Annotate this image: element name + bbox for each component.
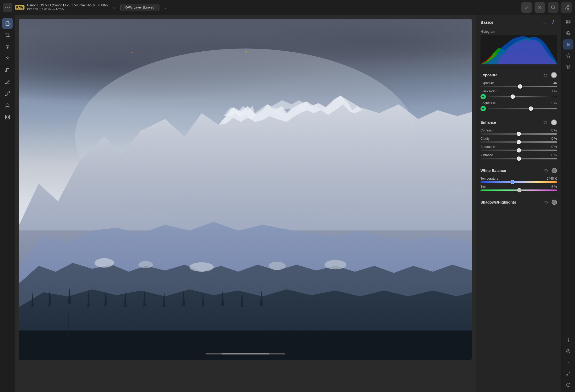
white-balance-toggle[interactable] xyxy=(552,168,557,173)
svg-marker-35 xyxy=(566,54,570,57)
brush-tool-button[interactable] xyxy=(2,65,13,76)
compass-button[interactable] xyxy=(563,346,573,356)
person-tool-button[interactable] xyxy=(2,53,13,64)
clone-tool-button[interactable] xyxy=(2,42,13,52)
layer-name[interactable]: RAW Layer (Linked) xyxy=(120,4,159,11)
black-point-label: Black Point xyxy=(480,89,496,93)
panel-pin-button[interactable] xyxy=(550,19,557,26)
svg-rect-24 xyxy=(566,20,568,22)
help-button[interactable] xyxy=(563,380,573,390)
svg-point-2 xyxy=(551,6,555,9)
shadows-toggle[interactable] xyxy=(552,200,557,205)
black-point-slider-row: Black Point 1 % + xyxy=(476,89,561,101)
nav-next-button[interactable]: › xyxy=(162,4,170,11)
temperature-track[interactable] xyxy=(480,181,557,183)
saturation-label: Saturation xyxy=(480,145,495,149)
globe-icon xyxy=(566,31,571,36)
vibrance-thumb[interactable] xyxy=(517,156,521,161)
speck-left xyxy=(131,52,133,53)
exposure-value: 0.46 xyxy=(551,81,557,85)
more-options-button[interactable] xyxy=(3,3,12,12)
svg-point-37 xyxy=(568,340,569,341)
confirm-button[interactable] xyxy=(521,2,532,13)
enhance-reset-button[interactable] xyxy=(542,119,549,126)
collapse-button[interactable] xyxy=(563,357,573,368)
black-point-track[interactable] xyxy=(488,96,557,97)
layers-button[interactable] xyxy=(563,62,573,72)
brightness-thumb[interactable] xyxy=(529,106,533,111)
contrast-track[interactable] xyxy=(480,133,557,135)
clarity-thumb[interactable] xyxy=(517,140,521,144)
black-point-add-button[interactable]: + xyxy=(480,94,486,99)
effects-button[interactable] xyxy=(563,51,573,61)
exposure-reset-button[interactable] xyxy=(542,72,549,79)
question-icon xyxy=(566,382,571,387)
camera-model: Canon EOS 50D (Canon EF-S 17-85mm f/4-5.… xyxy=(27,3,108,8)
svg-rect-10 xyxy=(5,115,7,117)
cancel-button[interactable] xyxy=(535,2,545,13)
scrollbar-thumb[interactable] xyxy=(221,353,269,354)
exposure-toggle[interactable] xyxy=(551,72,557,78)
vibrance-track[interactable] xyxy=(480,158,557,159)
svg-point-42 xyxy=(566,383,570,387)
saturation-slider-row: Saturation 0 % xyxy=(476,145,561,153)
tint-track[interactable] xyxy=(480,189,557,191)
tint-thumb[interactable] xyxy=(517,188,521,192)
contrast-thumb[interactable] xyxy=(517,132,521,136)
sliders-icon xyxy=(566,42,571,47)
black-point-slider-track-wrap: + xyxy=(480,94,557,99)
brightness-add-button[interactable]: + xyxy=(480,106,486,111)
far-right-strip xyxy=(561,15,575,392)
right-panel: Basics Histogram xyxy=(476,15,561,392)
white-balance-section-header: White Balance xyxy=(476,166,561,176)
shadows-highlights-header-right xyxy=(543,199,557,206)
crop-tool-button[interactable] xyxy=(2,30,13,40)
canvas-area[interactable] xyxy=(15,15,476,392)
hand-tool-button[interactable] xyxy=(2,18,13,29)
svg-point-34 xyxy=(567,45,568,46)
pen-tool-button[interactable] xyxy=(2,77,13,87)
wb-reset-icon xyxy=(544,169,548,172)
brightness-value: 5 % xyxy=(551,101,557,105)
svg-point-38 xyxy=(566,349,570,353)
white-balance-reset-button[interactable] xyxy=(543,167,549,174)
eyedropper-tool-button[interactable] xyxy=(2,88,13,99)
svg-point-6 xyxy=(6,45,9,48)
pan-icon xyxy=(566,338,571,343)
black-point-value: 1 % xyxy=(551,89,557,93)
black-point-thumb[interactable] xyxy=(511,94,515,99)
saturation-thumb[interactable] xyxy=(517,148,521,152)
search-button[interactable] xyxy=(548,2,558,13)
vibrance-label: Vibrance xyxy=(480,153,493,157)
svg-marker-39 xyxy=(567,350,569,352)
expand-button[interactable] xyxy=(563,369,573,379)
exposure-track[interactable] xyxy=(480,86,557,87)
histogram-canvas xyxy=(480,35,557,64)
scrollbar[interactable] xyxy=(206,353,285,354)
exposure-thumb[interactable] xyxy=(518,84,522,89)
temperature-thumb[interactable] xyxy=(511,180,515,184)
thumbnail-view-button[interactable] xyxy=(563,17,573,27)
x-icon xyxy=(537,5,543,10)
topbar: RAW Canon EOS 50D (Canon EF-S 17-85mm f/… xyxy=(0,0,575,15)
adjustments-button[interactable] xyxy=(563,39,573,49)
exposure-slider-row: Exposure 0.46 xyxy=(476,81,561,89)
svg-rect-27 xyxy=(569,23,570,24)
share-button[interactable] xyxy=(561,2,572,13)
nav-prev-button[interactable]: ‹ xyxy=(110,4,118,11)
contrast-value: 0 % xyxy=(551,129,557,132)
white-balance-section-title: White Balance xyxy=(480,168,506,173)
pan-button[interactable] xyxy=(563,335,573,345)
stamp-tool-button[interactable] xyxy=(2,100,13,111)
white-balance-section: White Balance Temperature 5448 K xyxy=(476,163,561,195)
enhance-toggle[interactable] xyxy=(551,119,557,125)
clarity-track[interactable] xyxy=(480,141,557,143)
svg-point-7 xyxy=(7,46,8,48)
globe-view-button[interactable] xyxy=(563,28,573,38)
saturation-track[interactable] xyxy=(480,150,557,151)
brightness-track[interactable] xyxy=(488,108,557,109)
transform-tool-button[interactable] xyxy=(2,112,13,122)
shadows-reset-button[interactable] xyxy=(543,199,549,206)
panel-menu-button[interactable] xyxy=(541,19,548,26)
svg-point-33 xyxy=(568,44,569,45)
